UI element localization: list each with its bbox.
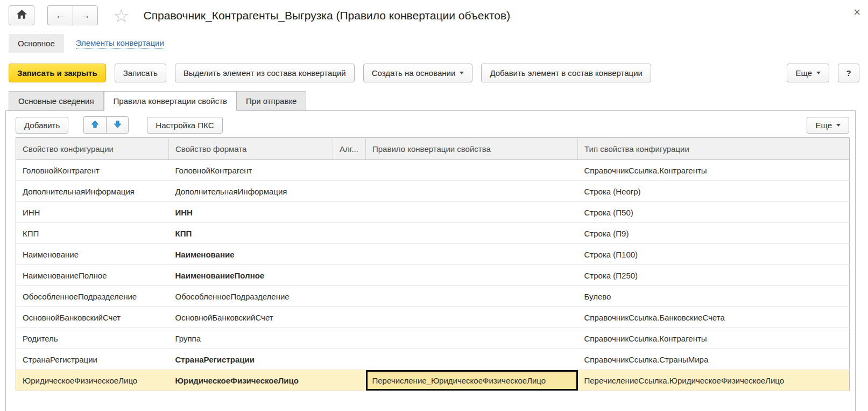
- cell-format-property[interactable]: ДополнительнаяИнформация: [169, 181, 333, 202]
- cell-algorithm[interactable]: [333, 202, 366, 223]
- table-row[interactable]: ИНН ИНН Строка (П50): [16, 202, 850, 223]
- table-row[interactable]: Родитель Группа СправочникСсылка.Контраг…: [16, 328, 850, 349]
- cell-format-property[interactable]: СтранаРегистрации: [169, 349, 333, 370]
- more-button[interactable]: Еще: [787, 64, 829, 82]
- cell-config-property[interactable]: НаименованиеПолное: [16, 265, 169, 286]
- cell-conversion-rule[interactable]: [366, 286, 578, 307]
- add-element-button[interactable]: Добавить элемент в состав конвертации: [481, 64, 651, 82]
- table-row[interactable]: ЮридическоеФизическоеЛицо ЮридическоеФиз…: [16, 370, 850, 391]
- cell-format-property[interactable]: КПП: [169, 223, 333, 244]
- cell-config-type[interactable]: СправочникСсылка.Контрагенты: [578, 160, 850, 181]
- save-button[interactable]: Записать: [115, 64, 166, 82]
- cell-conversion-rule[interactable]: [366, 307, 578, 328]
- cell-format-property[interactable]: Наименование: [169, 244, 333, 265]
- column-header-conversion-rule[interactable]: Правило конвертации свойства: [366, 138, 578, 160]
- cell-config-property[interactable]: ДополнительнаяИнформация: [16, 181, 169, 202]
- table-row[interactable]: ОбособленноеПодразделение ОбособленноеПо…: [16, 286, 850, 307]
- column-header-algorithm[interactable]: Алг...: [333, 138, 366, 160]
- cell-conversion-rule[interactable]: [366, 160, 578, 181]
- cell-algorithm[interactable]: [333, 265, 366, 286]
- table-row[interactable]: НаименованиеПолное НаименованиеПолное Ст…: [16, 265, 850, 286]
- nav-item-main[interactable]: Основное: [9, 34, 64, 53]
- table-row[interactable]: СтранаРегистрации СтранаРегистрации Спра…: [16, 349, 850, 370]
- cell-algorithm[interactable]: [333, 328, 366, 349]
- history-nav: ← →: [47, 5, 98, 25]
- cell-algorithm[interactable]: [333, 349, 366, 370]
- home-icon: [17, 10, 27, 22]
- cell-format-property[interactable]: НаименованиеПолное: [169, 265, 333, 286]
- column-header-config-type[interactable]: Тип свойства конфигурации: [578, 138, 850, 160]
- nav-item-conversion-elements[interactable]: Элементы конвертации: [76, 38, 164, 48]
- table-toolbar: Добавить Настройка ПКС Еще: [16, 116, 849, 134]
- cell-config-property[interactable]: ОбособленноеПодразделение: [16, 286, 169, 307]
- table-more-label: Еще: [815, 121, 832, 130]
- back-button[interactable]: ←: [47, 5, 73, 25]
- cell-config-type[interactable]: СправочникСсылка.Контрагенты: [578, 328, 850, 349]
- tab-on-send[interactable]: При отправке: [237, 91, 306, 111]
- cell-algorithm[interactable]: [333, 181, 366, 202]
- cell-config-property[interactable]: КПП: [16, 223, 169, 244]
- cell-conversion-rule[interactable]: Перечисление_ЮридическоеФизическоеЛицо: [366, 370, 578, 391]
- cell-config-property[interactable]: СтранаРегистрации: [16, 349, 169, 370]
- cell-format-property[interactable]: ОсновнойБанковскийСчет: [169, 307, 333, 328]
- home-button[interactable]: [9, 5, 34, 25]
- forward-button[interactable]: →: [73, 5, 98, 25]
- cell-config-type[interactable]: Строка (П100): [578, 244, 850, 265]
- add-row-button[interactable]: Добавить: [16, 117, 68, 134]
- cell-config-property[interactable]: ГоловнойКонтрагент: [16, 160, 169, 181]
- table-row[interactable]: Наименование Наименование Строка (П100): [16, 244, 850, 265]
- table-row[interactable]: КПП КПП Строка (П9): [16, 223, 850, 244]
- cell-conversion-rule[interactable]: [366, 244, 578, 265]
- cell-config-property[interactable]: ОсновнойБанковскийСчет: [16, 307, 169, 328]
- cell-format-property[interactable]: ОбособленноеПодразделение: [169, 286, 333, 307]
- cell-conversion-rule[interactable]: [366, 349, 578, 370]
- help-button[interactable]: ?: [838, 64, 859, 82]
- table-row[interactable]: ГоловнойКонтрагент ГоловнойКонтрагент Сп…: [16, 160, 850, 181]
- cell-algorithm[interactable]: [333, 160, 366, 181]
- cell-config-type[interactable]: Строка (Неогр): [578, 181, 850, 202]
- cell-config-property[interactable]: ЮридическоеФизическоеЛицо: [16, 370, 169, 391]
- cell-format-property[interactable]: Группа: [169, 328, 333, 349]
- pks-settings-button[interactable]: Настройка ПКС: [147, 117, 222, 134]
- table-row[interactable]: ДополнительнаяИнформация ДополнительнаяИ…: [16, 181, 850, 202]
- cell-config-property[interactable]: Наименование: [16, 244, 169, 265]
- save-and-close-button[interactable]: Записать и закрыть: [9, 64, 106, 82]
- cell-config-type[interactable]: Строка (П50): [578, 202, 850, 223]
- column-header-config-property[interactable]: Свойство конфигурации: [16, 138, 169, 160]
- cell-config-property[interactable]: Родитель: [16, 328, 169, 349]
- cell-algorithm[interactable]: [333, 244, 366, 265]
- cell-config-type[interactable]: СправочникСсылка.БанковскиеСчета: [578, 307, 850, 328]
- cell-algorithm[interactable]: [333, 370, 366, 391]
- table-row[interactable]: ОсновнойБанковскийСчет ОсновнойБанковски…: [16, 307, 850, 328]
- cell-conversion-rule[interactable]: [366, 328, 578, 349]
- cell-config-type[interactable]: ПеречислениеСсылка.ЮридическоеФизическое…: [578, 370, 850, 391]
- move-down-button[interactable]: [106, 116, 129, 134]
- create-based-on-button[interactable]: Создать на основании: [363, 64, 473, 82]
- cell-algorithm[interactable]: [333, 223, 366, 244]
- cell-config-type[interactable]: Строка (П9): [578, 223, 850, 244]
- tab-property-conversion-rules[interactable]: Правила конвертации свойств: [104, 91, 237, 111]
- cell-config-type[interactable]: СправочникСсылка.СтраныМира: [578, 349, 850, 370]
- cell-algorithm[interactable]: [333, 307, 366, 328]
- cell-format-property[interactable]: ЮридическоеФизическоеЛицо: [169, 370, 333, 391]
- close-icon[interactable]: ×: [853, 6, 860, 18]
- select-element-button[interactable]: Выделить элемент из состава конвертаций: [175, 64, 355, 82]
- cell-format-property[interactable]: ИНН: [169, 202, 333, 223]
- cell-config-property[interactable]: ИНН: [16, 202, 169, 223]
- cell-conversion-rule[interactable]: [366, 223, 578, 244]
- reorder-buttons: [83, 116, 129, 134]
- cell-config-type[interactable]: Булево: [578, 286, 850, 307]
- cell-conversion-rule[interactable]: [366, 202, 578, 223]
- cell-format-property[interactable]: ГоловнойКонтрагент: [169, 160, 333, 181]
- cell-algorithm[interactable]: [333, 286, 366, 307]
- create-based-on-label: Создать на основании: [372, 68, 456, 78]
- favorite-star-icon[interactable]: ☆: [113, 6, 129, 25]
- table-more-button[interactable]: Еще: [807, 117, 849, 134]
- cell-config-type[interactable]: Строка (П250): [578, 265, 850, 286]
- cell-conversion-rule[interactable]: [366, 265, 578, 286]
- cell-conversion-rule[interactable]: [366, 181, 578, 202]
- section-nav: Основное Элементы конвертации: [9, 34, 868, 53]
- move-up-button[interactable]: [83, 116, 106, 134]
- tab-main-info[interactable]: Основные сведения: [9, 91, 104, 111]
- column-header-format-property[interactable]: Свойство формата: [169, 138, 333, 160]
